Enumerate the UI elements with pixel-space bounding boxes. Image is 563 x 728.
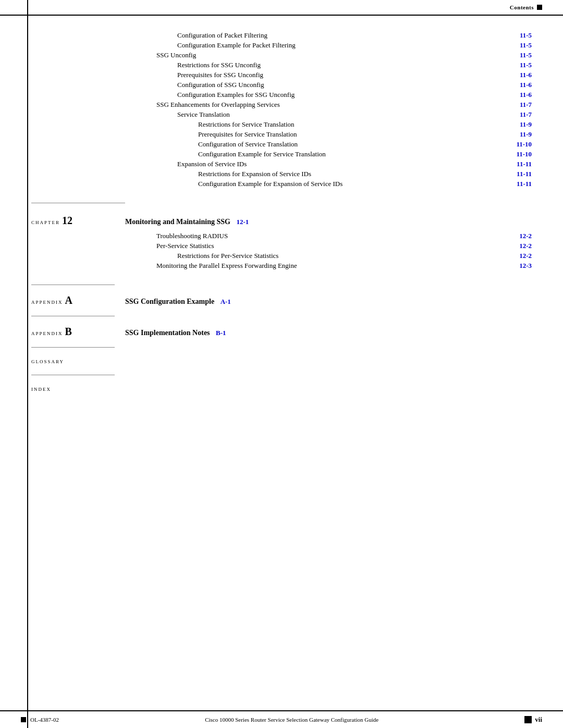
appendixa-title-area: SSG Configuration Example A-1: [125, 298, 231, 306]
toc-page: 11-5: [520, 51, 532, 59]
appendix-word: APPENDIX: [31, 331, 63, 336]
chapter-label-area: CHAPTER 12: [31, 215, 125, 227]
toc-entry: Service Translation 11-7: [177, 110, 532, 119]
toc-page: 12-2: [519, 252, 532, 260]
toc-entry: Configuration of SSG Unconfig 11-6: [177, 81, 532, 89]
toc-page: 11-7: [520, 101, 532, 109]
toc-entry-text: Configuration of Packet Filtering: [177, 31, 517, 40]
toc-entry: Configuration Example for Packet Filteri…: [177, 41, 532, 50]
toc-entry-text: Configuration Examples for SSG Unconfig: [177, 91, 517, 99]
toc-page: 11-9: [520, 120, 532, 129]
appendixa-title: SSG Configuration Example A-1: [125, 298, 231, 305]
toc-entry: Restrictions for Expansion of Service ID…: [198, 170, 532, 178]
footer-doc-number: OL-4387-02: [30, 717, 59, 723]
toc-entry-text: Troubleshooting RADIUS: [156, 232, 516, 240]
toc-entry: Restrictions for Service Translation 11-…: [198, 120, 532, 129]
index-divider: [31, 375, 115, 375]
toc-page: 11-10: [516, 140, 532, 149]
glossary-word: Glossary: [31, 359, 64, 364]
toc-entry-text: Prerequisites for SSG Unconfig: [177, 71, 517, 79]
toc-entry-text: Service Translation: [177, 110, 517, 119]
toc-page: 11-11: [517, 180, 532, 188]
toc-entry: Expansion of Service IDs 11-11: [177, 160, 532, 168]
index-row: Index: [31, 385, 532, 393]
appendixa-section: APPENDIX A SSG Configuration Example A-1: [31, 285, 532, 306]
toc-entry: Configuration of Service Translation 11-…: [198, 140, 532, 149]
glossary-section: Glossary: [31, 347, 532, 365]
appendix-letter: A: [65, 294, 72, 306]
toc-entries-top: Configuration of Packet Filtering 11-5 C…: [31, 31, 532, 188]
toc-entry: Configuration Examples for SSG Unconfig …: [177, 91, 532, 99]
appendix-word: APPENDIX: [31, 300, 63, 305]
chapter-number: 12: [62, 215, 72, 227]
chapter-title-area: Monitoring and Maintaining SSG 12-1: [125, 218, 532, 226]
toc-entry: Configuration Example for Expansion of S…: [198, 180, 532, 188]
chapter12-row: CHAPTER 12 Monitoring and Maintaining SS…: [31, 215, 532, 229]
toc-page: 11-5: [520, 61, 532, 69]
toc-entry: Prerequisites for SSG Unconfig 11-6: [177, 71, 532, 79]
header-contents-label: Contents: [510, 4, 534, 10]
toc-page: 11-6: [520, 81, 532, 89]
toc-entry-text: Configuration of SSG Unconfig: [177, 81, 517, 89]
toc-page: 11-11: [517, 160, 532, 168]
toc-entry: Restrictions for SSG Unconfig 11-5: [177, 61, 532, 69]
toc-entry: Prerequisites for Service Translation 11…: [198, 130, 532, 139]
header: Contents: [0, 0, 563, 16]
toc-page: 11-5: [520, 31, 532, 40]
toc-page: 11-6: [520, 91, 532, 99]
appendixb-label-area: APPENDIX B: [31, 326, 125, 338]
toc-entry-text: Expansion of Service IDs: [177, 160, 513, 168]
appendixb-title: SSG Implementation Notes B-1: [125, 329, 226, 337]
footer-right: vii: [524, 715, 542, 724]
glossary-divider: [31, 347, 115, 348]
toc-entry-text: Configuration Example for Packet Filteri…: [177, 41, 517, 50]
toc-page: 12-2: [519, 232, 532, 240]
toc-page: 12-2: [519, 242, 532, 250]
header-square-icon: [537, 5, 542, 10]
index-word: Index: [31, 387, 51, 392]
toc-page: 11-6: [520, 71, 532, 79]
toc-entry-text: Restrictions for Expansion of Service ID…: [198, 170, 513, 178]
toc-entry: SSG Enhancements for Overlapping Service…: [156, 101, 532, 109]
toc-entry: Configuration of Packet Filtering 11-5: [177, 31, 532, 40]
footer: OL-4387-02 Cisco 10000 Series Router Ser…: [0, 710, 563, 728]
toc-page: 11-5: [520, 41, 532, 50]
appendixa-page: A-1: [221, 298, 231, 305]
footer-center: Cisco 10000 Series Router Service Select…: [205, 717, 378, 723]
page: Contents Configuration of Packet Filteri…: [0, 0, 563, 728]
footer-left-square-icon: [21, 717, 26, 722]
toc-entry-text: Monitoring the Parallel Express Forwardi…: [156, 262, 516, 270]
toc-page: 11-10: [516, 150, 532, 158]
toc-entry: SSG Unconfig 11-5: [156, 51, 532, 59]
toc-entry-text: Restrictions for Per-Service Statistics: [177, 252, 516, 260]
toc-page: 11-11: [517, 170, 532, 178]
toc-entry: Troubleshooting RADIUS 12-2: [156, 232, 532, 240]
toc-page: 11-7: [520, 110, 532, 119]
toc-entry-text: Prerequisites for Service Translation: [198, 130, 517, 139]
index-section: Index: [31, 375, 532, 393]
toc-entry-text: Restrictions for SSG Unconfig: [177, 61, 517, 69]
chapter-title-page: 12-1: [236, 218, 249, 226]
index-label-area: Index: [31, 385, 125, 393]
toc-entry: Restrictions for Per-Service Statistics …: [177, 252, 532, 260]
appendixb-section: APPENDIX B SSG Implementation Notes B-1: [31, 316, 532, 338]
toc-entry-text: Configuration Example for Expansion of S…: [198, 180, 513, 188]
toc-page: 12-3: [519, 262, 532, 270]
chapter-title-text: Monitoring and Maintaining SSG: [125, 218, 230, 226]
toc-entry-text: Restrictions for Service Translation: [198, 120, 517, 129]
toc-entry-text: Configuration of Service Translation: [198, 140, 513, 149]
toc-entry: Configuration Example for Service Transl…: [198, 150, 532, 158]
toc-entry-text: SSG Unconfig: [156, 51, 517, 59]
chapter-word: CHAPTER: [31, 220, 60, 225]
toc-page: 11-9: [520, 130, 532, 139]
toc-entry-text: Per-Service Statistics: [156, 242, 516, 250]
appendixb-row: APPENDIX B SSG Implementation Notes B-1: [31, 326, 532, 338]
footer-page-num: vii: [535, 715, 542, 724]
appendixa-label-area: APPENDIX A: [31, 294, 125, 306]
toc-entry: Per-Service Statistics 12-2: [156, 242, 532, 250]
footer-left: OL-4387-02: [21, 717, 59, 723]
appendixb-divider: [31, 316, 115, 316]
appendixa-divider: [31, 285, 115, 285]
appendix-letter: B: [65, 326, 72, 338]
toc-entry-text: SSG Enhancements for Overlapping Service…: [156, 101, 517, 109]
